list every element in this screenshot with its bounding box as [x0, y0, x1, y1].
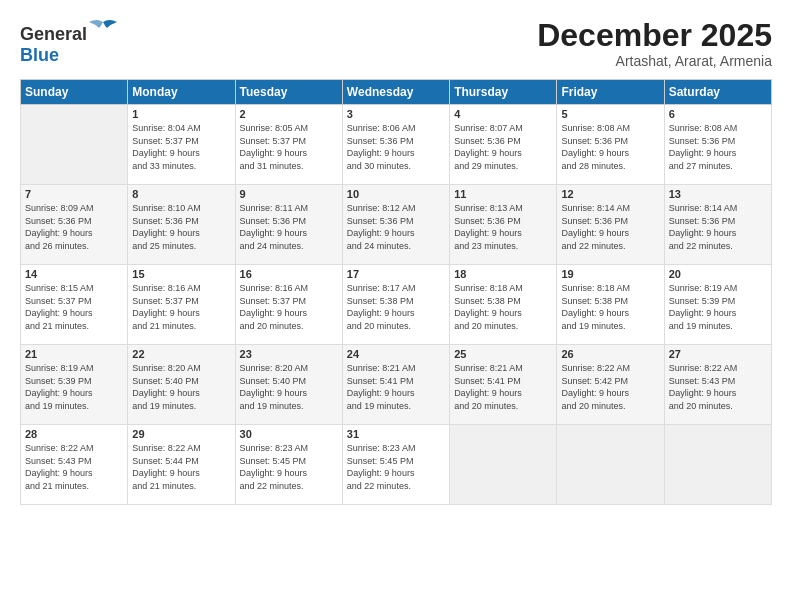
day-number: 25: [454, 348, 552, 360]
day-number: 1: [132, 108, 230, 120]
day-number: 22: [132, 348, 230, 360]
cell-w4-d1: 22Sunrise: 8:20 AM Sunset: 5:40 PM Dayli…: [128, 345, 235, 425]
day-info: Sunrise: 8:09 AM Sunset: 5:36 PM Dayligh…: [25, 202, 123, 252]
day-number: 6: [669, 108, 767, 120]
location-subtitle: Artashat, Ararat, Armenia: [537, 53, 772, 69]
day-number: 7: [25, 188, 123, 200]
header-sunday: Sunday: [21, 80, 128, 105]
day-info: Sunrise: 8:07 AM Sunset: 5:36 PM Dayligh…: [454, 122, 552, 172]
day-number: 20: [669, 268, 767, 280]
cell-w3-d5: 19Sunrise: 8:18 AM Sunset: 5:38 PM Dayli…: [557, 265, 664, 345]
cell-w3-d1: 15Sunrise: 8:16 AM Sunset: 5:37 PM Dayli…: [128, 265, 235, 345]
day-info: Sunrise: 8:11 AM Sunset: 5:36 PM Dayligh…: [240, 202, 338, 252]
day-number: 24: [347, 348, 445, 360]
day-number: 2: [240, 108, 338, 120]
page-container: General Blue December 2025 Artashat, Ara…: [0, 0, 792, 515]
weekday-header-row: Sunday Monday Tuesday Wednesday Thursday…: [21, 80, 772, 105]
logo-general: General: [20, 24, 87, 44]
day-info: Sunrise: 8:06 AM Sunset: 5:36 PM Dayligh…: [347, 122, 445, 172]
header: General Blue December 2025 Artashat, Ara…: [20, 18, 772, 69]
cell-w1-d6: 6Sunrise: 8:08 AM Sunset: 5:36 PM Daylig…: [664, 105, 771, 185]
cell-w3-d3: 17Sunrise: 8:17 AM Sunset: 5:38 PM Dayli…: [342, 265, 449, 345]
day-info: Sunrise: 8:13 AM Sunset: 5:36 PM Dayligh…: [454, 202, 552, 252]
day-number: 14: [25, 268, 123, 280]
day-number: 30: [240, 428, 338, 440]
cell-w3-d0: 14Sunrise: 8:15 AM Sunset: 5:37 PM Dayli…: [21, 265, 128, 345]
cell-w2-d5: 12Sunrise: 8:14 AM Sunset: 5:36 PM Dayli…: [557, 185, 664, 265]
cell-w2-d0: 7Sunrise: 8:09 AM Sunset: 5:36 PM Daylig…: [21, 185, 128, 265]
cell-w4-d5: 26Sunrise: 8:22 AM Sunset: 5:42 PM Dayli…: [557, 345, 664, 425]
day-number: 27: [669, 348, 767, 360]
cell-w4-d3: 24Sunrise: 8:21 AM Sunset: 5:41 PM Dayli…: [342, 345, 449, 425]
day-info: Sunrise: 8:10 AM Sunset: 5:36 PM Dayligh…: [132, 202, 230, 252]
day-info: Sunrise: 8:16 AM Sunset: 5:37 PM Dayligh…: [240, 282, 338, 332]
header-wednesday: Wednesday: [342, 80, 449, 105]
cell-w1-d1: 1Sunrise: 8:04 AM Sunset: 5:37 PM Daylig…: [128, 105, 235, 185]
day-number: 12: [561, 188, 659, 200]
cell-w2-d4: 11Sunrise: 8:13 AM Sunset: 5:36 PM Dayli…: [450, 185, 557, 265]
cell-w5-d3: 31Sunrise: 8:23 AM Sunset: 5:45 PM Dayli…: [342, 425, 449, 505]
day-info: Sunrise: 8:18 AM Sunset: 5:38 PM Dayligh…: [561, 282, 659, 332]
day-info: Sunrise: 8:22 AM Sunset: 5:44 PM Dayligh…: [132, 442, 230, 492]
cell-w5-d2: 30Sunrise: 8:23 AM Sunset: 5:45 PM Dayli…: [235, 425, 342, 505]
day-info: Sunrise: 8:21 AM Sunset: 5:41 PM Dayligh…: [454, 362, 552, 412]
day-number: 26: [561, 348, 659, 360]
day-info: Sunrise: 8:22 AM Sunset: 5:43 PM Dayligh…: [25, 442, 123, 492]
cell-w2-d6: 13Sunrise: 8:14 AM Sunset: 5:36 PM Dayli…: [664, 185, 771, 265]
day-number: 21: [25, 348, 123, 360]
day-number: 31: [347, 428, 445, 440]
day-info: Sunrise: 8:23 AM Sunset: 5:45 PM Dayligh…: [240, 442, 338, 492]
cell-w1-d4: 4Sunrise: 8:07 AM Sunset: 5:36 PM Daylig…: [450, 105, 557, 185]
cell-w4-d6: 27Sunrise: 8:22 AM Sunset: 5:43 PM Dayli…: [664, 345, 771, 425]
week-row-3: 14Sunrise: 8:15 AM Sunset: 5:37 PM Dayli…: [21, 265, 772, 345]
day-number: 11: [454, 188, 552, 200]
day-number: 15: [132, 268, 230, 280]
cell-w4-d0: 21Sunrise: 8:19 AM Sunset: 5:39 PM Dayli…: [21, 345, 128, 425]
day-info: Sunrise: 8:23 AM Sunset: 5:45 PM Dayligh…: [347, 442, 445, 492]
day-number: 10: [347, 188, 445, 200]
cell-w1-d3: 3Sunrise: 8:06 AM Sunset: 5:36 PM Daylig…: [342, 105, 449, 185]
day-number: 5: [561, 108, 659, 120]
day-number: 28: [25, 428, 123, 440]
logo-text: General Blue: [20, 18, 117, 66]
day-number: 3: [347, 108, 445, 120]
cell-w3-d6: 20Sunrise: 8:19 AM Sunset: 5:39 PM Dayli…: [664, 265, 771, 345]
cell-w5-d4: [450, 425, 557, 505]
day-number: 16: [240, 268, 338, 280]
cell-w5-d1: 29Sunrise: 8:22 AM Sunset: 5:44 PM Dayli…: [128, 425, 235, 505]
day-info: Sunrise: 8:17 AM Sunset: 5:38 PM Dayligh…: [347, 282, 445, 332]
day-info: Sunrise: 8:15 AM Sunset: 5:37 PM Dayligh…: [25, 282, 123, 332]
header-friday: Friday: [557, 80, 664, 105]
cell-w5-d0: 28Sunrise: 8:22 AM Sunset: 5:43 PM Dayli…: [21, 425, 128, 505]
day-info: Sunrise: 8:14 AM Sunset: 5:36 PM Dayligh…: [561, 202, 659, 252]
day-info: Sunrise: 8:19 AM Sunset: 5:39 PM Dayligh…: [25, 362, 123, 412]
day-number: 9: [240, 188, 338, 200]
day-info: Sunrise: 8:12 AM Sunset: 5:36 PM Dayligh…: [347, 202, 445, 252]
day-info: Sunrise: 8:05 AM Sunset: 5:37 PM Dayligh…: [240, 122, 338, 172]
cell-w4-d2: 23Sunrise: 8:20 AM Sunset: 5:40 PM Dayli…: [235, 345, 342, 425]
day-number: 29: [132, 428, 230, 440]
day-info: Sunrise: 8:22 AM Sunset: 5:43 PM Dayligh…: [669, 362, 767, 412]
day-info: Sunrise: 8:18 AM Sunset: 5:38 PM Dayligh…: [454, 282, 552, 332]
day-number: 8: [132, 188, 230, 200]
day-info: Sunrise: 8:22 AM Sunset: 5:42 PM Dayligh…: [561, 362, 659, 412]
cell-w4-d4: 25Sunrise: 8:21 AM Sunset: 5:41 PM Dayli…: [450, 345, 557, 425]
cell-w3-d4: 18Sunrise: 8:18 AM Sunset: 5:38 PM Dayli…: [450, 265, 557, 345]
week-row-1: 1Sunrise: 8:04 AM Sunset: 5:37 PM Daylig…: [21, 105, 772, 185]
cell-w1-d2: 2Sunrise: 8:05 AM Sunset: 5:37 PM Daylig…: [235, 105, 342, 185]
cell-w3-d2: 16Sunrise: 8:16 AM Sunset: 5:37 PM Dayli…: [235, 265, 342, 345]
day-number: 18: [454, 268, 552, 280]
day-info: Sunrise: 8:20 AM Sunset: 5:40 PM Dayligh…: [132, 362, 230, 412]
week-row-2: 7Sunrise: 8:09 AM Sunset: 5:36 PM Daylig…: [21, 185, 772, 265]
cell-w5-d5: [557, 425, 664, 505]
day-number: 19: [561, 268, 659, 280]
day-info: Sunrise: 8:19 AM Sunset: 5:39 PM Dayligh…: [669, 282, 767, 332]
week-row-5: 28Sunrise: 8:22 AM Sunset: 5:43 PM Dayli…: [21, 425, 772, 505]
cell-w2-d3: 10Sunrise: 8:12 AM Sunset: 5:36 PM Dayli…: [342, 185, 449, 265]
header-saturday: Saturday: [664, 80, 771, 105]
day-info: Sunrise: 8:21 AM Sunset: 5:41 PM Dayligh…: [347, 362, 445, 412]
header-thursday: Thursday: [450, 80, 557, 105]
day-info: Sunrise: 8:20 AM Sunset: 5:40 PM Dayligh…: [240, 362, 338, 412]
day-info: Sunrise: 8:16 AM Sunset: 5:37 PM Dayligh…: [132, 282, 230, 332]
calendar-table: Sunday Monday Tuesday Wednesday Thursday…: [20, 79, 772, 505]
